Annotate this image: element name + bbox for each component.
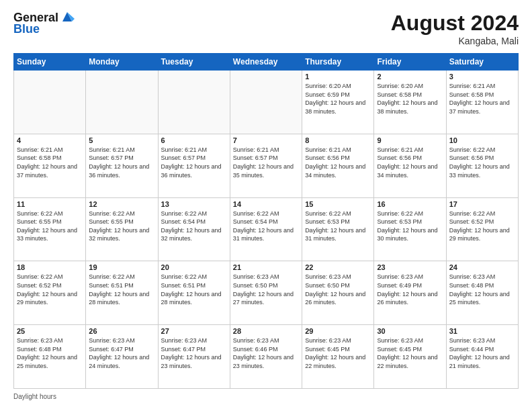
- day-info: Sunrise: 6:21 AM Sunset: 6:56 PM Dayligh…: [377, 146, 443, 179]
- footer: Daylight hours: [13, 393, 519, 400]
- calendar-cell: 26Sunrise: 6:23 AM Sunset: 6:47 PM Dayli…: [86, 325, 158, 389]
- day-info: Sunrise: 6:22 AM Sunset: 6:53 PM Dayligh…: [377, 210, 443, 243]
- day-number: 23: [377, 263, 443, 271]
- day-info: Sunrise: 6:22 AM Sunset: 6:55 PM Dayligh…: [17, 210, 83, 243]
- calendar-cell: 3Sunrise: 6:21 AM Sunset: 6:58 PM Daylig…: [446, 71, 518, 134]
- day-number: 12: [89, 200, 154, 208]
- calendar-cell: 29Sunrise: 6:23 AM Sunset: 6:45 PM Dayli…: [302, 325, 374, 389]
- day-info: Sunrise: 6:22 AM Sunset: 6:54 PM Dayligh…: [161, 210, 227, 243]
- logo: General Blue: [13, 11, 75, 36]
- calendar-cell: 5Sunrise: 6:21 AM Sunset: 6:57 PM Daylig…: [86, 134, 158, 197]
- day-number: 26: [89, 327, 154, 335]
- day-info: Sunrise: 6:23 AM Sunset: 6:46 PM Dayligh…: [233, 336, 299, 370]
- calendar-cell: 15Sunrise: 6:22 AM Sunset: 6:53 PM Dayli…: [302, 197, 374, 261]
- calendar-cell: [14, 71, 86, 134]
- day-number: 19: [89, 263, 154, 271]
- day-info: Sunrise: 6:23 AM Sunset: 6:47 PM Dayligh…: [89, 336, 154, 370]
- day-info: Sunrise: 6:21 AM Sunset: 6:58 PM Dayligh…: [17, 146, 83, 179]
- col-friday: Friday: [374, 54, 446, 71]
- calendar-cell: 13Sunrise: 6:22 AM Sunset: 6:54 PM Dayli…: [158, 197, 230, 261]
- day-info: Sunrise: 6:23 AM Sunset: 6:45 PM Dayligh…: [305, 336, 371, 370]
- col-monday: Monday: [86, 54, 158, 71]
- col-sunday: Sunday: [14, 54, 86, 71]
- col-wednesday: Wednesday: [230, 54, 302, 71]
- day-number: 30: [377, 327, 443, 335]
- day-number: 16: [377, 200, 443, 208]
- calendar-cell: 21Sunrise: 6:23 AM Sunset: 6:50 PM Dayli…: [230, 261, 302, 325]
- calendar-cell: [86, 71, 158, 134]
- col-thursday: Thursday: [302, 54, 374, 71]
- calendar-cell: 28Sunrise: 6:23 AM Sunset: 6:46 PM Dayli…: [230, 325, 302, 389]
- day-number: 3: [449, 73, 515, 81]
- day-info: Sunrise: 6:21 AM Sunset: 6:57 PM Dayligh…: [89, 146, 154, 179]
- day-number: 24: [449, 263, 515, 271]
- calendar-cell: 25Sunrise: 6:23 AM Sunset: 6:48 PM Dayli…: [14, 325, 86, 389]
- day-number: 11: [17, 200, 83, 208]
- day-info: Sunrise: 6:22 AM Sunset: 6:53 PM Dayligh…: [305, 210, 371, 243]
- calendar-week-3: 11Sunrise: 6:22 AM Sunset: 6:55 PM Dayli…: [14, 197, 519, 261]
- day-info: Sunrise: 6:22 AM Sunset: 6:55 PM Dayligh…: [89, 210, 154, 243]
- day-number: 21: [233, 263, 299, 271]
- day-number: 13: [161, 200, 227, 208]
- day-info: Sunrise: 6:21 AM Sunset: 6:58 PM Dayligh…: [449, 82, 515, 116]
- calendar-cell: 4Sunrise: 6:21 AM Sunset: 6:58 PM Daylig…: [14, 134, 86, 197]
- day-number: 17: [449, 200, 515, 208]
- day-number: 27: [161, 327, 227, 335]
- day-number: 29: [305, 327, 371, 335]
- title-area: August 2024 Kangaba, Mali: [391, 11, 519, 46]
- calendar-cell: 19Sunrise: 6:22 AM Sunset: 6:51 PM Dayli…: [86, 261, 158, 325]
- month-year: August 2024: [391, 11, 519, 36]
- daylight-label: Daylight hours: [13, 393, 56, 400]
- day-number: 25: [17, 327, 83, 335]
- day-info: Sunrise: 6:23 AM Sunset: 6:50 PM Dayligh…: [233, 273, 299, 306]
- day-info: Sunrise: 6:21 AM Sunset: 6:56 PM Dayligh…: [305, 146, 371, 179]
- day-info: Sunrise: 6:20 AM Sunset: 6:58 PM Dayligh…: [377, 82, 443, 116]
- day-number: 1: [305, 73, 371, 81]
- day-info: Sunrise: 6:22 AM Sunset: 6:54 PM Dayligh…: [233, 210, 299, 243]
- day-info: Sunrise: 6:23 AM Sunset: 6:47 PM Dayligh…: [161, 336, 227, 370]
- day-number: 4: [17, 136, 83, 144]
- day-info: Sunrise: 6:20 AM Sunset: 6:59 PM Dayligh…: [305, 82, 371, 116]
- day-number: 9: [377, 136, 443, 144]
- day-info: Sunrise: 6:23 AM Sunset: 6:45 PM Dayligh…: [377, 336, 443, 370]
- calendar-cell: 22Sunrise: 6:23 AM Sunset: 6:50 PM Dayli…: [302, 261, 374, 325]
- calendar-cell: 20Sunrise: 6:22 AM Sunset: 6:51 PM Dayli…: [158, 261, 230, 325]
- day-number: 14: [233, 200, 299, 208]
- day-info: Sunrise: 6:22 AM Sunset: 6:51 PM Dayligh…: [89, 273, 154, 306]
- col-saturday: Saturday: [446, 54, 518, 71]
- location: Kangaba, Mali: [391, 36, 519, 46]
- day-number: 2: [377, 73, 443, 81]
- day-info: Sunrise: 6:21 AM Sunset: 6:57 PM Dayligh…: [161, 146, 227, 179]
- calendar-cell: 8Sunrise: 6:21 AM Sunset: 6:56 PM Daylig…: [302, 134, 374, 197]
- calendar-cell: 30Sunrise: 6:23 AM Sunset: 6:45 PM Dayli…: [374, 325, 446, 389]
- day-info: Sunrise: 6:23 AM Sunset: 6:50 PM Dayligh…: [305, 273, 371, 306]
- day-info: Sunrise: 6:23 AM Sunset: 6:48 PM Dayligh…: [17, 336, 83, 370]
- calendar-week-4: 18Sunrise: 6:22 AM Sunset: 6:52 PM Dayli…: [14, 261, 519, 325]
- day-info: Sunrise: 6:22 AM Sunset: 6:56 PM Dayligh…: [449, 146, 515, 179]
- day-info: Sunrise: 6:22 AM Sunset: 6:52 PM Dayligh…: [449, 210, 515, 243]
- day-info: Sunrise: 6:23 AM Sunset: 6:49 PM Dayligh…: [377, 273, 443, 306]
- calendar-cell: [158, 71, 230, 134]
- logo-icon: [60, 9, 75, 24]
- day-number: 10: [449, 136, 515, 144]
- day-info: Sunrise: 6:23 AM Sunset: 6:44 PM Dayligh…: [449, 336, 515, 370]
- calendar-cell: 1Sunrise: 6:20 AM Sunset: 6:59 PM Daylig…: [302, 71, 374, 134]
- day-number: 22: [305, 263, 371, 271]
- calendar-cell: [230, 71, 302, 134]
- calendar-cell: 12Sunrise: 6:22 AM Sunset: 6:55 PM Dayli…: [86, 197, 158, 261]
- col-tuesday: Tuesday: [158, 54, 230, 71]
- calendar-cell: 6Sunrise: 6:21 AM Sunset: 6:57 PM Daylig…: [158, 134, 230, 197]
- calendar-cell: 10Sunrise: 6:22 AM Sunset: 6:56 PM Dayli…: [446, 134, 518, 197]
- calendar-cell: 18Sunrise: 6:22 AM Sunset: 6:52 PM Dayli…: [14, 261, 86, 325]
- day-number: 8: [305, 136, 371, 144]
- calendar-cell: 16Sunrise: 6:22 AM Sunset: 6:53 PM Dayli…: [374, 197, 446, 261]
- calendar-cell: 17Sunrise: 6:22 AM Sunset: 6:52 PM Dayli…: [446, 197, 518, 261]
- calendar-cell: 9Sunrise: 6:21 AM Sunset: 6:56 PM Daylig…: [374, 134, 446, 197]
- day-number: 28: [233, 327, 299, 335]
- calendar-cell: 2Sunrise: 6:20 AM Sunset: 6:58 PM Daylig…: [374, 71, 446, 134]
- calendar-week-1: 1Sunrise: 6:20 AM Sunset: 6:59 PM Daylig…: [14, 71, 519, 134]
- day-number: 7: [233, 136, 299, 144]
- day-number: 5: [89, 136, 154, 144]
- day-number: 31: [449, 327, 515, 335]
- calendar-cell: 14Sunrise: 6:22 AM Sunset: 6:54 PM Dayli…: [230, 197, 302, 261]
